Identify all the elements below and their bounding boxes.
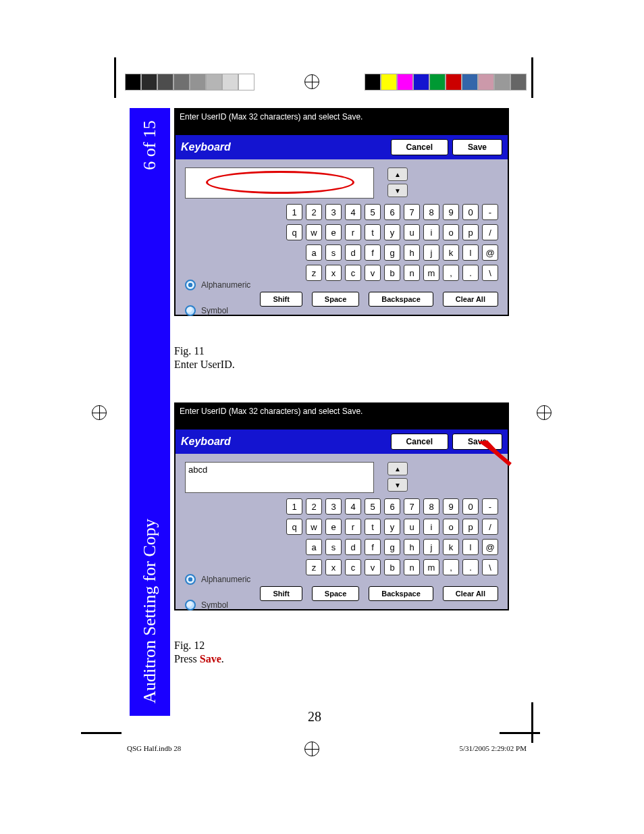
backspace-button[interactable]: Backspace: [369, 586, 433, 601]
key-y[interactable]: y: [384, 519, 400, 535]
key-5[interactable]: 5: [365, 204, 381, 220]
key-e[interactable]: e: [325, 519, 342, 535]
key-e[interactable]: e: [325, 224, 342, 240]
key-p[interactable]: p: [462, 224, 479, 240]
clear-all-button[interactable]: Clear All: [443, 586, 498, 601]
key-v[interactable]: v: [365, 265, 381, 281]
key-.[interactable]: .: [462, 265, 479, 281]
key-k[interactable]: k: [443, 244, 459, 261]
key-u[interactable]: u: [404, 224, 420, 240]
save-button[interactable]: Save: [452, 139, 502, 155]
key-@[interactable]: @: [482, 539, 498, 555]
key--[interactable]: -: [482, 498, 498, 515]
key-s[interactable]: s: [325, 539, 342, 555]
key-x[interactable]: x: [325, 265, 342, 281]
key-q[interactable]: q: [286, 224, 302, 240]
symbol-radio[interactable]: Symbol: [185, 305, 279, 316]
key-3[interactable]: 3: [325, 204, 342, 220]
key-n[interactable]: n: [404, 559, 420, 575]
key-2[interactable]: 2: [306, 498, 322, 515]
key-w[interactable]: w: [306, 519, 322, 535]
key-g[interactable]: g: [384, 539, 400, 555]
key-6[interactable]: 6: [384, 204, 400, 220]
clear-all-button[interactable]: Clear All: [443, 292, 498, 307]
key-,[interactable]: ,: [443, 559, 459, 575]
alphanumeric-radio[interactable]: Alphanumeric: [185, 280, 279, 290]
key-@[interactable]: @: [482, 244, 498, 261]
key-m[interactable]: m: [423, 265, 439, 281]
key-7[interactable]: 7: [404, 204, 420, 220]
key-8[interactable]: 8: [423, 498, 439, 515]
key-p[interactable]: p: [462, 519, 479, 535]
down-arrow-button[interactable]: ▼: [387, 184, 408, 197]
shift-button[interactable]: Shift: [260, 292, 302, 307]
key-r[interactable]: r: [345, 519, 361, 535]
up-arrow-button[interactable]: ▲: [387, 462, 408, 475]
key-o[interactable]: o: [443, 224, 459, 240]
key-1[interactable]: 1: [286, 498, 302, 515]
key-m[interactable]: m: [423, 559, 439, 575]
key-q[interactable]: q: [286, 519, 302, 535]
key-n[interactable]: n: [404, 265, 420, 281]
key-f[interactable]: f: [365, 244, 381, 261]
up-arrow-button[interactable]: ▲: [387, 167, 408, 181]
symbol-radio[interactable]: Symbol: [185, 600, 279, 610]
key-x[interactable]: x: [325, 559, 342, 575]
key-v[interactable]: v: [365, 559, 381, 575]
key-s[interactable]: s: [325, 244, 342, 261]
key-a[interactable]: a: [306, 244, 322, 261]
key-c[interactable]: c: [345, 265, 361, 281]
key-\[interactable]: \: [482, 265, 498, 281]
key-b[interactable]: b: [384, 559, 400, 575]
save-button[interactable]: Save: [452, 434, 502, 450]
key-t[interactable]: t: [365, 224, 381, 240]
key-4[interactable]: 4: [345, 204, 361, 220]
key-/[interactable]: /: [482, 224, 498, 240]
key--[interactable]: -: [482, 204, 498, 220]
key-z[interactable]: z: [306, 265, 322, 281]
key-k[interactable]: k: [443, 539, 459, 555]
key-i[interactable]: i: [423, 224, 439, 240]
key-.[interactable]: .: [462, 559, 479, 575]
key-2[interactable]: 2: [306, 204, 322, 220]
key-c[interactable]: c: [345, 559, 361, 575]
key-7[interactable]: 7: [404, 498, 420, 515]
key-h[interactable]: h: [404, 539, 420, 555]
key-g[interactable]: g: [384, 244, 400, 261]
space-button[interactable]: Space: [312, 292, 359, 307]
key-f[interactable]: f: [365, 539, 381, 555]
userid-input[interactable]: abcd: [185, 462, 374, 493]
key-6[interactable]: 6: [384, 498, 400, 515]
key-o[interactable]: o: [443, 519, 459, 535]
shift-button[interactable]: Shift: [260, 586, 302, 601]
alphanumeric-radio[interactable]: Alphanumeric: [185, 574, 279, 585]
key-j[interactable]: j: [423, 244, 439, 261]
key-h[interactable]: h: [404, 244, 420, 261]
key-j[interactable]: j: [423, 539, 439, 555]
key-1[interactable]: 1: [286, 204, 302, 220]
key-d[interactable]: d: [345, 244, 361, 261]
key-5[interactable]: 5: [365, 498, 381, 515]
key-y[interactable]: y: [384, 224, 400, 240]
key-a[interactable]: a: [306, 539, 322, 555]
key-l[interactable]: l: [462, 539, 479, 555]
key-r[interactable]: r: [345, 224, 361, 240]
key-9[interactable]: 9: [443, 204, 459, 220]
cancel-button[interactable]: Cancel: [391, 434, 448, 450]
key-i[interactable]: i: [423, 519, 439, 535]
key-t[interactable]: t: [365, 519, 381, 535]
key-8[interactable]: 8: [423, 204, 439, 220]
key-b[interactable]: b: [384, 265, 400, 281]
cancel-button[interactable]: Cancel: [391, 139, 448, 155]
key-z[interactable]: z: [306, 559, 322, 575]
userid-input[interactable]: [185, 167, 374, 199]
key-\[interactable]: \: [482, 559, 498, 575]
key-/[interactable]: /: [482, 519, 498, 535]
down-arrow-button[interactable]: ▼: [387, 478, 408, 492]
key-9[interactable]: 9: [443, 498, 459, 515]
key-,[interactable]: ,: [443, 265, 459, 281]
key-w[interactable]: w: [306, 224, 322, 240]
key-d[interactable]: d: [345, 539, 361, 555]
key-l[interactable]: l: [462, 244, 479, 261]
backspace-button[interactable]: Backspace: [369, 292, 433, 307]
